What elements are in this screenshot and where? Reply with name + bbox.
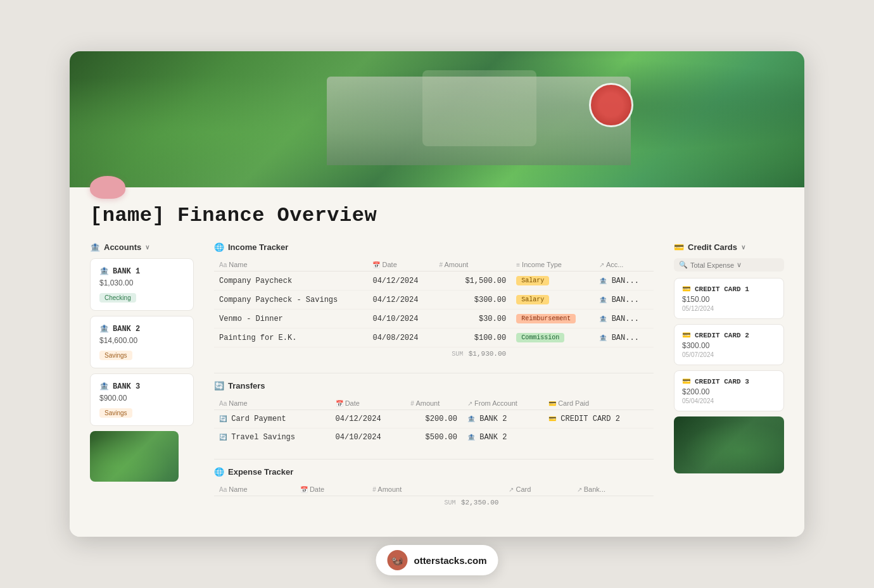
account-balance-bank1: $1,030.00: [99, 278, 184, 287]
income-name-2: Venmo - Dinner: [214, 310, 367, 328]
expense-col-amount: # Amount: [367, 483, 504, 496]
transfers-section: 🔄 Transfers Aa Name 📅 Date # Amount ↗ Fr…: [214, 381, 654, 446]
credit-card-icon: 💳: [674, 242, 684, 252]
page-icon: [90, 176, 125, 199]
bank-icon-1: 🏦: [99, 266, 109, 276]
transfer-col-date: 📅 Date: [331, 397, 406, 410]
income-type-2: Reimbursement: [511, 310, 594, 328]
cc-icon-0: 💳: [682, 285, 691, 293]
account-balance-bank2: $14,600.00: [99, 336, 184, 345]
credit-card-item-0[interactable]: 💳 CREDIT CARD 1 $150.00 05/12/2024: [674, 278, 784, 319]
income-type-1: Salary: [511, 291, 594, 310]
transfer-col-name: Aa Name: [214, 397, 331, 410]
account-name-bank1: 🏦 BANK 1: [99, 266, 184, 276]
income-col-account: ↗ Acc...: [594, 258, 654, 272]
credit-card-item-2[interactable]: 💳 CREDIT CARD 3 $200.00 05/04/2024: [674, 370, 784, 411]
transfer-col-card: 💳 Card Paid: [543, 397, 654, 410]
transfers-title: 🔄 Transfers: [214, 381, 654, 391]
expense-tracker-title: 🌐 Expense Tracker: [214, 467, 654, 477]
search-icon: 🔍: [679, 261, 688, 269]
bank-icon-2: 🏦: [99, 324, 109, 334]
expense-sum-row: SUM $2,350.00: [214, 496, 654, 510]
credit-card-item-1[interactable]: 💳 CREDIT CARD 2 $300.00 05/07/2024: [674, 324, 784, 365]
credit-cards-filter[interactable]: 🔍 Total Expense ∨: [674, 258, 784, 272]
watermark-bar: 🦦 otterstacks.com: [376, 545, 498, 575]
income-col-date: 📅 Date: [367, 258, 434, 272]
income-name-3: Painting for E.K.: [214, 328, 367, 347]
income-type-3: Commission: [511, 328, 594, 347]
cc-amount-1: $300.00: [682, 341, 776, 350]
middle-column: 🌐 Income Tracker Aa Name 📅 Date: [204, 242, 664, 522]
account-name-bank2: 🏦 BANK 2: [99, 324, 184, 334]
page-title: [name] Finance Overview: [90, 204, 784, 227]
expense-col-name: Aa Name: [214, 483, 295, 496]
transfer-date-1: 04/10/2024: [331, 428, 406, 447]
account-card-bank3[interactable]: 🏦 BANK 3 $900.00 Savings: [90, 373, 194, 426]
accounts-thumbnail: [90, 431, 179, 482]
income-tracker-title: 🌐 Income Tracker: [214, 242, 654, 252]
income-date-0: 04/12/2024: [367, 272, 434, 291]
income-sum-row: SUM $1,930.00: [214, 347, 654, 361]
cc-amount-0: $150.00: [682, 295, 776, 304]
expense-icon: 🌐: [214, 467, 224, 477]
income-date-1: 04/12/2024: [367, 291, 434, 310]
income-row-1[interactable]: Company Paycheck - Savings 04/12/2024 $3…: [214, 291, 654, 310]
income-amount-2: $30.00: [434, 310, 511, 328]
cc-date-1: 05/07/2024: [682, 351, 776, 358]
bank-icon: 🏦: [90, 242, 100, 252]
income-row-2[interactable]: Venmo - Dinner 04/10/2024 $30.00 Reimbur…: [214, 310, 654, 328]
filter-chevron-icon: ∨: [737, 261, 742, 269]
cc-name-2: 💳 CREDIT CARD 3: [682, 377, 776, 385]
transfer-name-0: 🔄 Card Payment: [214, 410, 331, 428]
cc-name-1: 💳 CREDIT CARD 2: [682, 331, 776, 339]
cover-image: [70, 51, 804, 187]
expense-sum: SUM $2,350.00: [367, 496, 504, 510]
income-row-3[interactable]: Painting for E.K. 04/08/2024 $100.00 Com…: [214, 328, 654, 347]
expense-table: Aa Name 📅 Date # Amount ↗ Card ↗ Bank...: [214, 483, 654, 509]
transfer-name-1: 🔄 Travel Savings: [214, 428, 331, 447]
accounts-header[interactable]: 🏦 Accounts ∨: [90, 242, 194, 252]
credit-cards-label: Credit Cards: [688, 242, 737, 252]
income-tracker-section: 🌐 Income Tracker Aa Name 📅 Date: [214, 242, 654, 360]
bank-icon-3: 🏦: [99, 382, 109, 391]
transfer-row-1[interactable]: 🔄 Travel Savings 04/10/2024 $500.00 🏦 BA…: [214, 428, 654, 447]
cc-icon-2: 💳: [682, 377, 691, 385]
accounts-chevron-icon: ∨: [145, 244, 149, 251]
credit-cards-thumbnail: [674, 416, 784, 473]
transfer-row-0[interactable]: 🔄 Card Payment 04/12/2024 $200.00 🏦 BANK…: [214, 410, 654, 428]
transfer-col-amount: # Amount: [405, 397, 462, 410]
cc-date-2: 05/04/2024: [682, 397, 776, 404]
income-date-3: 04/08/2024: [367, 328, 434, 347]
cc-amount-2: $200.00: [682, 387, 776, 396]
transfer-amount-0: $200.00: [405, 410, 462, 428]
credit-cards-header[interactable]: 💳 Credit Cards ∨: [674, 242, 784, 252]
globe-icon: 🌐: [214, 242, 224, 252]
income-col-name: Aa Name: [214, 258, 367, 272]
cc-icon-1: 💳: [682, 331, 691, 339]
transfer-date-0: 04/12/2024: [331, 410, 406, 428]
income-type-0: Salary: [511, 272, 594, 291]
income-date-2: 04/10/2024: [367, 310, 434, 328]
transfer-col-from: ↗ From Account: [462, 397, 543, 410]
income-sum: SUM $1,930.00: [434, 347, 511, 361]
income-row-0[interactable]: Company Paycheck 04/12/2024 $1,500.00 Sa…: [214, 272, 654, 291]
income-account-0: 🏦 BAN...: [594, 272, 654, 291]
income-amount-3: $100.00: [434, 328, 511, 347]
account-card-bank2[interactable]: 🏦 BANK 2 $14,600.00 Savings: [90, 316, 194, 368]
transfer-from-1: 🏦 BANK 2: [462, 428, 543, 447]
transfer-card-1: [543, 428, 654, 447]
account-name-bank3: 🏦 BANK 3: [99, 382, 184, 391]
transfers-table: Aa Name 📅 Date # Amount ↗ From Account 💳…: [214, 397, 654, 446]
expense-tracker-section: 🌐 Expense Tracker Aa Name 📅 Date # Amoun…: [214, 467, 654, 509]
app-window: [name] Finance Overview 🏦 Accounts ∨ 🏦 B…: [70, 51, 804, 537]
watermark-text: otterstacks.com: [414, 555, 486, 566]
income-col-type: ≡ Income Type: [511, 258, 594, 272]
income-account-2: 🏦 BAN...: [594, 310, 654, 328]
accounts-section: 🏦 Accounts ∨ 🏦 BANK 1 $1,030.00 Checking…: [90, 242, 204, 482]
income-col-amount: # Amount: [434, 258, 511, 272]
account-card-bank1[interactable]: 🏦 BANK 1 $1,030.00 Checking: [90, 258, 194, 311]
expense-col-bank: ↗ Bank...: [572, 483, 654, 496]
income-amount-0: $1,500.00: [434, 272, 511, 291]
account-balance-bank3: $900.00: [99, 394, 184, 403]
cc-name-0: 💳 CREDIT CARD 1: [682, 285, 776, 293]
